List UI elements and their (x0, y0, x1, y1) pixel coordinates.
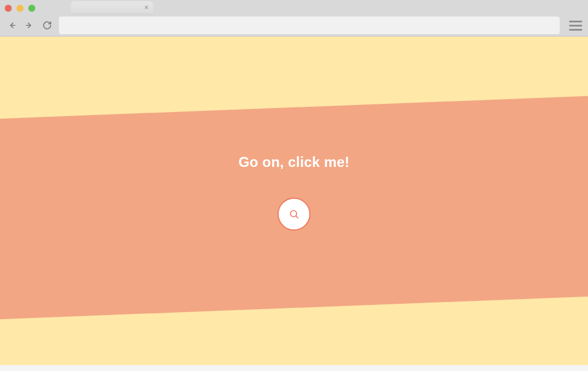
headline-text: Go on, click me! (239, 154, 350, 170)
menu-button[interactable] (569, 19, 582, 32)
arrow-left-icon (7, 21, 16, 30)
back-button[interactable] (6, 19, 18, 31)
arrow-right-icon (25, 21, 34, 30)
reload-icon (42, 21, 52, 30)
window-controls (1, 1, 40, 12)
reload-button[interactable] (41, 19, 53, 31)
browser-toolbar (0, 14, 588, 37)
hero-section: Go on, click me! (0, 37, 588, 371)
hamburger-icon (569, 21, 582, 22)
close-tab-icon[interactable]: × (144, 4, 148, 11)
close-window-button[interactable] (5, 5, 12, 12)
maximize-window-button[interactable] (28, 5, 35, 12)
svg-line-3 (296, 216, 298, 218)
forward-button[interactable] (24, 19, 35, 31)
page-viewport: Go on, click me! (0, 37, 588, 371)
browser-chrome: × (0, 0, 588, 37)
address-bar[interactable] (59, 17, 560, 34)
minimize-window-button[interactable] (16, 5, 24, 12)
search-button[interactable] (278, 198, 310, 231)
search-icon (289, 209, 299, 219)
bottom-edge (0, 365, 588, 371)
tab-bar: × (0, 0, 588, 14)
browser-tab[interactable]: × (71, 1, 153, 14)
